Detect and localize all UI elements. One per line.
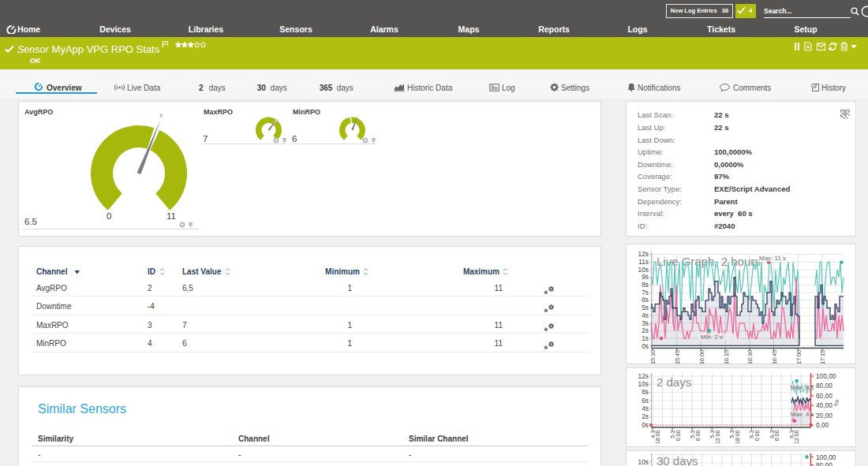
svg-text:16:15: 16:15 — [723, 350, 730, 364]
svg-text:16:45: 16:45 — [771, 350, 778, 364]
svg-text:Max: 11 s: Max: 11 s — [759, 255, 786, 262]
svg-text:1s: 1s — [642, 334, 649, 342]
svg-text:0s: 0s — [642, 342, 649, 350]
svg-text:Max: 8 s: Max: 8 s — [791, 384, 814, 391]
svg-text:4s: 4s — [642, 404, 649, 412]
svg-text:80,00: 80,00 — [816, 382, 832, 390]
svg-text:5-30:00: 5-30:00 — [670, 430, 681, 441]
svg-text:10s: 10s — [638, 458, 649, 466]
svg-text:100,00: 100,00 — [816, 372, 836, 380]
svg-text:5-312:00: 5-312:00 — [709, 430, 720, 444]
svg-text:12s: 12s — [638, 372, 649, 380]
svg-text:8s: 8s — [642, 281, 649, 289]
svg-text:10s: 10s — [638, 266, 649, 274]
svg-text:3s: 3s — [642, 319, 649, 327]
svg-text:10s: 10s — [638, 380, 649, 388]
svg-text:6-36:00: 6-36:00 — [769, 430, 780, 441]
svg-text:20,00: 20,00 — [816, 412, 832, 419]
svg-text:0s: 0s — [642, 421, 649, 429]
svg-text:2s: 2s — [642, 412, 649, 420]
svg-text:Max: 4 s: Max: 4 s — [791, 411, 814, 418]
svg-text:12s: 12s — [638, 250, 649, 258]
svg-text:15:45: 15:45 — [674, 350, 681, 364]
svg-text:30 days: 30 days — [657, 454, 698, 466]
svg-text:6-30:00: 6-30:00 — [749, 430, 760, 441]
svg-text:Min: 2 s: Min: 2 s — [701, 334, 723, 341]
svg-text:11s: 11s — [638, 258, 649, 266]
svg-text:17:00: 17:00 — [795, 350, 803, 364]
svg-text:2s: 2s — [642, 326, 649, 334]
svg-text:0,00: 0,00 — [816, 421, 829, 429]
svg-text:5s: 5s — [642, 304, 649, 311]
svg-text:x̄: x̄ — [159, 112, 163, 119]
svg-text:16:00: 16:00 — [698, 350, 705, 364]
svg-text:100,00: 100,00 — [816, 453, 836, 461]
svg-text:6s: 6s — [642, 397, 649, 404]
svg-text:40,00: 40,00 — [816, 401, 832, 409]
svg-text:7s: 7s — [642, 289, 649, 296]
svg-text:4s: 4s — [642, 311, 649, 319]
svg-text:15:30: 15:30 — [649, 350, 657, 364]
svg-text:5-36:00: 5-36:00 — [690, 430, 701, 441]
svg-text:60,00: 60,00 — [816, 392, 832, 400]
svg-text:16:30: 16:30 — [746, 350, 754, 364]
svg-text:6s: 6s — [642, 296, 649, 304]
svg-text:%: % — [832, 400, 840, 406]
svg-text:9s: 9s — [642, 273, 649, 281]
svg-text:5-318:00: 5-318:00 — [729, 430, 740, 444]
svg-text:8s: 8s — [642, 388, 649, 396]
svg-text:6-312:00: 6-312:00 — [789, 430, 800, 444]
svg-text:2 days: 2 days — [657, 375, 691, 389]
svg-text:80,00: 80,00 — [816, 461, 832, 466]
svg-text:17:15: 17:15 — [819, 350, 826, 364]
svg-text:4-318:00: 4-318:00 — [650, 430, 661, 444]
